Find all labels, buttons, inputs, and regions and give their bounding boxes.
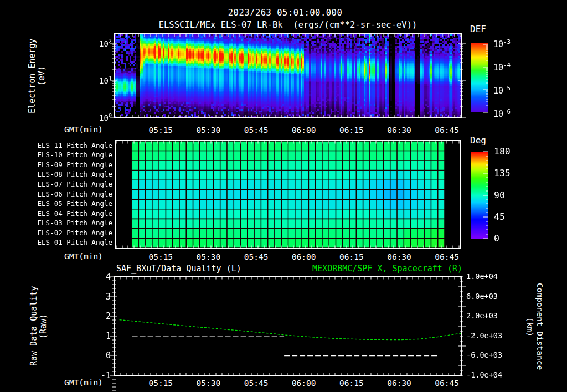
time-tick-label: 05:15 [148,252,173,261]
time-tick-label: 05:30 [197,252,221,261]
pitch-row-label: ELS-07 Pitch Angle [30,180,112,188]
pitch-angle-grid [116,141,460,248]
raw-quality-tick-label: 1 [89,332,111,341]
pitch-row-label: ELS-08 Pitch Angle [30,171,112,178]
bottom-y-left-label-line1: Raw Data Quality [29,276,39,376]
deg-tick-label: 45 [494,212,505,222]
distance-tick-label: 2.0e+03 [466,312,498,320]
pitch-row-label: ELS-05 Pitch Angle [30,200,112,208]
deg-colorbar [471,152,488,239]
pitch-row-label: ELS-09 Pitch Angle [30,161,112,169]
top-y-axis-label-line2: (eV) [37,33,47,118]
plot-subtitle: ELSSCIL/MEx ELS-07 LR-Bk (ergs/(cm**2-sr… [109,20,467,30]
pitch-row-label: ELS-10 Pitch Angle [30,151,112,159]
pitch-row-label: ELS-01 Pitch Angle [30,239,112,246]
def-colorbar [471,43,488,112]
time-tick-label: 06:00 [292,126,316,135]
distance-tick-label: -6.0e+03 [466,351,502,359]
pitch-row-label: ELS-11 Pitch Angle [30,142,112,149]
pitch-row-label: ELS-04 Pitch Angle [30,210,112,218]
distance-tick-label: -1.0e+04 [466,371,502,379]
top-gmt-label: GMT(min) [64,126,103,135]
bottom-y-left-label: Raw Data Quality (Raw) [29,276,49,376]
energy-tick-label: 100 [87,112,112,122]
bottom-time-axis-labels: 05:1505:3005:4506:0006:1506:3006:45 [115,379,461,389]
middle-gmt-label: GMT(min) [64,252,103,261]
time-tick-label: 05:15 [148,126,173,135]
deg-tick-label: 0 [494,234,499,244]
energy-tick-label: 102 [87,38,112,48]
time-tick-label: 06:15 [339,126,364,135]
bottom-title-right: MEXORBMC/SPF X, Spacecraft (R) [241,264,462,274]
time-tick-label: 06:00 [292,379,316,388]
def-tick-label: 10-5 [493,85,511,96]
time-tick-label: 05:30 [197,379,221,388]
energy-tick-label: 101 [87,75,112,85]
distance-tick-label: 6.0e+03 [466,292,498,301]
def-tick-label: 10-6 [493,109,511,119]
top-y-axis-label: Electron Energy (eV) [28,33,47,118]
top-time-axis-labels: 05:1505:3005:4506:0006:1506:3006:45 [115,126,461,136]
time-tick-label: 05:45 [244,126,269,135]
deg-tick-label: 180 [494,147,511,157]
time-tick-label: 06:45 [435,252,459,261]
pitch-row-label: ELS-03 Pitch Angle [30,219,112,227]
deg-tick-label: 90 [494,190,505,200]
top-y-axis-label-line1: Electron Energy [28,33,37,118]
raw-quality-tick-label: 0 [89,351,111,360]
def-tick-label: 10-3 [493,39,511,49]
electron-energy-spectrogram [115,34,461,117]
deg-colorbar-title: Deg [470,136,486,146]
raw-quality-tick-label: 4 [89,272,111,282]
time-tick-label: 05:15 [148,379,173,388]
time-tick-label: 06:15 [339,379,364,388]
pitch-row-label: ELS-06 Pitch Angle [30,190,112,198]
raw-quality-tick-label: 3 [89,292,111,302]
time-tick-label: 05:45 [244,379,269,388]
time-tick-label: 05:45 [244,252,269,261]
time-tick-label: 05:30 [197,126,221,135]
bottom-y-right-label-line2: (km) [525,275,534,378]
pitch-row-label: ELS-02 Pitch Angle [30,229,112,237]
distance-tick-label: -2.0e+03 [466,332,502,340]
deg-tick-label: 135 [494,168,511,178]
raw-quality-tick-label: 2 [89,312,111,321]
distance-tick-label: 1.0e+04 [466,272,498,281]
middle-time-axis-labels: 05:1505:3005:4506:0006:1506:3006:45 [115,252,461,262]
quality-spacecraft-line-plot [115,277,461,375]
time-tick-label: 06:15 [339,252,364,261]
time-tick-label: 06:30 [387,252,411,261]
bottom-y-right-label-line1: Component Distance [534,275,544,378]
bottom-y-left-label-line2: (Raw) [39,276,48,376]
bottom-title-left: SAF_BXuT/Data Quality (L) [116,264,241,274]
science-plot-screen: 2023/263 05:01:00.000 ELSSCIL/MEx ELS-07… [0,0,567,392]
page-title: 2023/263 05:01:00.000 [142,8,428,18]
def-tick-label: 10-4 [493,62,511,73]
raw-quality-tick-label: -1 [89,371,111,380]
time-tick-label: 06:30 [387,126,411,135]
time-tick-label: 06:00 [292,252,316,261]
bottom-y-right-label: Component Distance (km) [525,275,544,378]
def-colorbar-title: DEF [470,24,486,34]
time-tick-label: 06:45 [435,379,459,388]
time-tick-label: 06:45 [435,126,459,135]
time-tick-label: 06:30 [387,379,411,388]
